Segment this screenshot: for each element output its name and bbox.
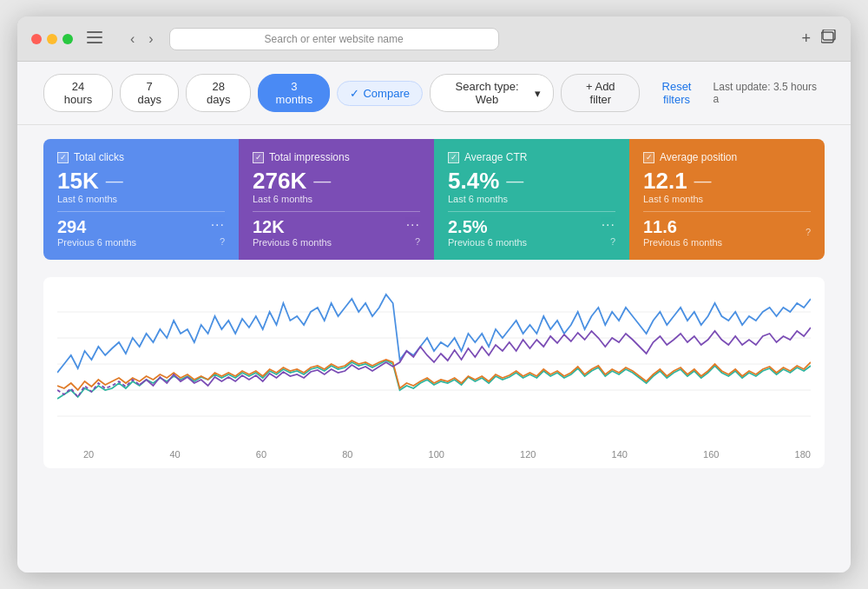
tabs-button[interactable] xyxy=(821,30,837,48)
metric-compare-ctr: 2.5% Previous 6 months ··· ? xyxy=(448,217,615,248)
address-placeholder: Search or enter website name xyxy=(265,33,404,45)
metric-dash-position: — xyxy=(694,171,712,190)
maximize-button[interactable] xyxy=(62,34,73,44)
x-axis: 20 40 60 80 100 120 140 160 180 xyxy=(57,446,811,460)
metric-compare-impressions: 12K Previous 6 months ··· ? xyxy=(253,217,420,248)
metric-more-impressions[interactable]: ··· xyxy=(406,217,420,233)
metric-period-ctr: Last 6 months xyxy=(448,194,615,204)
metric-name-impressions: Total impressions xyxy=(269,151,350,163)
metric-help-position: ? xyxy=(806,227,811,237)
metric-header-ctr: ✓ Average CTR xyxy=(448,151,615,163)
title-bar: ‹ › Search or enter website name + xyxy=(17,17,851,62)
nav-buttons: ‹ › xyxy=(125,30,159,49)
filter-bar: 24 hours 7 days 28 days 3 months ✓Compar… xyxy=(17,62,851,125)
main-content: ✓ Total clicks 15K — Last 6 months 294 P… xyxy=(17,125,851,572)
metric-compare-position: 11.6 Previous 6 months ? xyxy=(643,217,811,248)
toolbar-right: + xyxy=(801,30,837,48)
metric-more-ctr[interactable]: ··· xyxy=(602,217,615,233)
reset-filters-button[interactable]: Reset filters xyxy=(647,80,706,106)
traffic-lights xyxy=(31,34,73,44)
search-type-button[interactable]: Search type: Web ▾ xyxy=(430,74,554,112)
sidebar-toggle-button[interactable] xyxy=(83,28,106,50)
metric-compare-value-clicks: 294 xyxy=(57,217,136,237)
svg-rect-2 xyxy=(87,42,102,43)
metric-name-ctr: Average CTR xyxy=(464,151,527,163)
metric-dash-clicks: — xyxy=(106,171,123,190)
address-bar[interactable]: Search or enter website name xyxy=(169,28,499,50)
metric-compare-value-impressions: 12K xyxy=(253,217,332,237)
filter-24h-button[interactable]: 24 hours xyxy=(43,74,113,112)
x-label-140: 140 xyxy=(612,449,628,460)
chart-container: 20 40 60 80 100 120 140 160 180 xyxy=(43,277,825,468)
metric-name-position: Average position xyxy=(660,151,737,163)
svg-rect-0 xyxy=(87,31,102,33)
metric-value-clicks: 15K — xyxy=(57,169,225,194)
metric-header-impressions: ✓ Total impressions xyxy=(253,151,420,163)
x-label-180: 180 xyxy=(795,449,811,460)
metric-card-impressions: ✓ Total impressions 276K — Last 6 months… xyxy=(239,139,434,260)
x-label-100: 100 xyxy=(429,449,444,460)
svg-rect-1 xyxy=(87,36,102,38)
close-button[interactable] xyxy=(31,34,42,44)
metric-period-clicks: Last 6 months xyxy=(57,194,225,204)
metric-compare-value-ctr: 2.5% xyxy=(448,217,527,237)
filter-28d-button[interactable]: 28 days xyxy=(186,74,251,112)
metric-checkbox-ctr[interactable]: ✓ xyxy=(448,152,459,163)
metric-value-ctr: 5.4% — xyxy=(448,169,615,194)
x-label-160: 160 xyxy=(703,449,719,460)
metric-more-clicks[interactable]: ··· xyxy=(211,217,225,233)
metric-checkbox-clicks[interactable]: ✓ xyxy=(57,152,69,163)
metric-compare-period-ctr: Previous 6 months xyxy=(448,237,527,248)
filter-3months-button[interactable]: 3 months xyxy=(258,74,330,112)
chevron-down-icon: ▾ xyxy=(535,87,541,100)
line-chart xyxy=(57,286,811,442)
metric-compare-period-position: Previous 6 months xyxy=(643,237,722,248)
metric-dash-ctr: — xyxy=(506,171,523,190)
metric-header-position: ✓ Average position xyxy=(643,151,811,163)
x-label-60: 60 xyxy=(256,449,266,460)
metric-checkbox-position[interactable]: ✓ xyxy=(643,152,654,163)
browser-window: ‹ › Search or enter website name + 24 ho… xyxy=(17,17,851,572)
metric-dash-impressions: — xyxy=(313,171,331,190)
compare-check-icon: ✓ xyxy=(350,87,359,100)
add-filter-button[interactable]: + Add filter xyxy=(561,74,640,112)
new-tab-button[interactable]: + xyxy=(801,30,811,48)
last-update-text: Last update: 3.5 hours a xyxy=(713,81,825,105)
metric-period-impressions: Last 6 months xyxy=(253,194,420,204)
metric-checkbox-impressions[interactable]: ✓ xyxy=(253,152,264,163)
metric-card-position: ✓ Average position 12.1 — Last 6 months … xyxy=(629,139,825,260)
x-label-40: 40 xyxy=(169,449,180,460)
metric-value-position: 12.1 — xyxy=(643,169,811,194)
metric-compare-period-impressions: Previous 6 months xyxy=(253,237,332,248)
search-type-label: Search type: Web xyxy=(443,80,531,106)
metric-period-position: Last 6 months xyxy=(643,194,811,204)
metric-value-impressions: 276K — xyxy=(253,169,420,194)
forward-button[interactable]: › xyxy=(143,30,158,49)
compare-button[interactable]: ✓Compare xyxy=(337,81,422,106)
metric-card-clicks: ✓ Total clicks 15K — Last 6 months 294 P… xyxy=(43,139,239,260)
x-label-20: 20 xyxy=(83,449,94,460)
metric-compare-period-clicks: Previous 6 months xyxy=(57,237,136,248)
x-label-120: 120 xyxy=(520,449,536,460)
metric-help-ctr: ? xyxy=(610,236,615,247)
metric-compare-value-position: 11.6 xyxy=(643,217,722,237)
metric-card-ctr: ✓ Average CTR 5.4% — Last 6 months 2.5% … xyxy=(434,139,629,260)
metric-header-clicks: ✓ Total clicks xyxy=(57,151,225,163)
back-button[interactable]: ‹ xyxy=(125,30,140,49)
filter-7d-button[interactable]: 7 days xyxy=(120,74,179,112)
metric-help-clicks: ? xyxy=(220,236,225,247)
metric-help-impressions: ? xyxy=(415,236,420,247)
x-label-80: 80 xyxy=(342,449,352,460)
metrics-row: ✓ Total clicks 15K — Last 6 months 294 P… xyxy=(43,139,825,260)
minimize-button[interactable] xyxy=(47,34,57,44)
metric-name-clicks: Total clicks xyxy=(74,151,124,163)
content-area: 24 hours 7 days 28 days 3 months ✓Compar… xyxy=(17,62,851,572)
metric-compare-clicks: 294 Previous 6 months ··· ? xyxy=(57,217,225,248)
